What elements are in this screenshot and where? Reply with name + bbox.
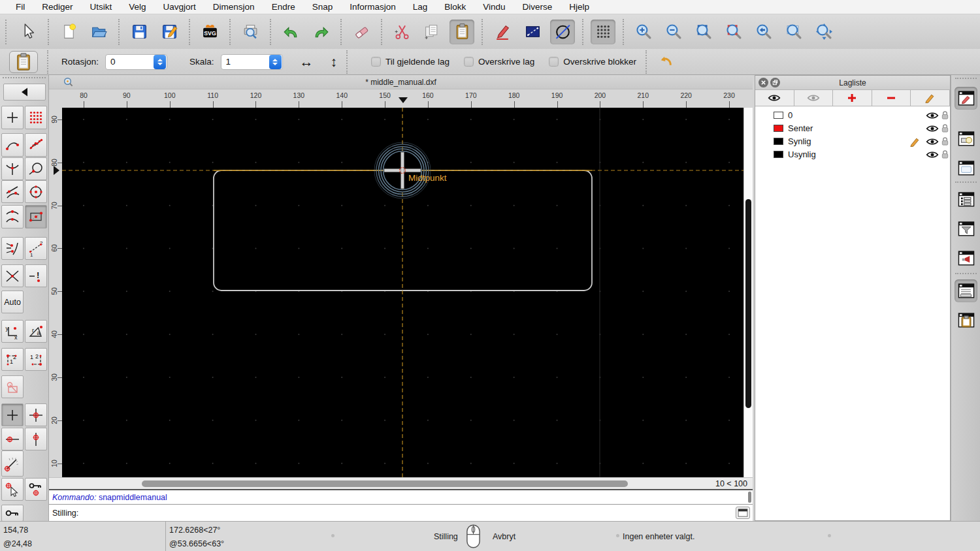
rectangle-tool-icon[interactable] (520, 20, 545, 44)
zoom-window-icon[interactable] (781, 20, 806, 44)
layer-row-usynlig[interactable]: Usynlig (755, 148, 950, 161)
paste-icon[interactable] (449, 20, 474, 44)
selection-filter-panel-icon[interactable] (955, 217, 977, 240)
set-relative-zero-icon[interactable] (1, 478, 24, 501)
layer-color-swatch[interactable] (774, 138, 783, 145)
vertical-scrollbar[interactable] (743, 108, 753, 477)
restrict-orthogonal-icon[interactable] (25, 403, 47, 426)
scale-stepper[interactable] (269, 55, 282, 69)
layer-row-synlig[interactable]: Synlig (755, 135, 950, 148)
checkbox-overskrive-blokker[interactable]: Overskrive blokker (549, 57, 636, 67)
layer-color-swatch[interactable] (774, 125, 783, 132)
restrict-angle-icon[interactable] (1, 450, 24, 477)
save-file-icon[interactable] (127, 20, 152, 44)
clipboard-panel-icon[interactable] (955, 309, 977, 332)
snap-tangent-icon[interactable] (1, 180, 24, 203)
draw-pencil-icon[interactable] (490, 20, 515, 44)
checkbox-overskrive-lag[interactable]: Overskrive lag (464, 57, 534, 67)
eraser-icon[interactable] (349, 20, 374, 44)
restrict-vertical-icon[interactable] (25, 428, 47, 450)
snap-auto-button[interactable]: Auto (1, 291, 24, 313)
zoom-out-icon[interactable] (661, 20, 686, 44)
toolbar-handle[interactable] (5, 20, 10, 44)
copy-icon[interactable] (419, 20, 444, 44)
menu-item-utsikt[interactable]: Utsikt (82, 2, 121, 12)
checkbox-box[interactable] (464, 57, 474, 67)
palette-handle[interactable] (3, 77, 46, 78)
show-all-layers-icon[interactable] (755, 90, 794, 106)
add-layer-icon[interactable] (833, 90, 872, 106)
layer-lock-icon[interactable] (941, 110, 949, 122)
snap-intersection-auto-icon[interactable] (1, 157, 24, 180)
snap-middle-icon[interactable] (1, 205, 24, 228)
library-browser-panel-icon[interactable] (955, 157, 977, 180)
layer-row-0[interactable]: 0 (755, 109, 950, 122)
layer-list-panel-icon[interactable] (955, 87, 977, 110)
menu-item-blokk[interactable]: Blokk (436, 2, 474, 12)
snap-free-icon[interactable] (1, 106, 24, 129)
snap-center-icon[interactable] (25, 180, 47, 203)
paste-tool-button[interactable] (9, 51, 38, 73)
snap-middle-manual-icon[interactable] (25, 205, 47, 228)
checkbox-til-gjeldende-lag[interactable]: Til gjeldende lag (371, 57, 449, 67)
checkbox-box[interactable] (549, 57, 559, 67)
back-icon[interactable] (3, 84, 46, 101)
snap-coordinate-icon[interactable]: yx (1, 320, 24, 343)
lock-zero-icon[interactable] (1, 505, 24, 522)
reset-icon[interactable] (656, 52, 675, 72)
snap-restrict-status-icon[interactable] (1, 375, 24, 398)
layer-color-swatch[interactable] (774, 151, 783, 158)
layer-row-senter[interactable]: Senter (755, 122, 950, 135)
layer-lock-icon[interactable] (941, 150, 949, 161)
layer-lock-icon[interactable] (941, 123, 949, 135)
remove-layer-icon[interactable] (872, 90, 911, 106)
command-window-toggle-button[interactable] (736, 507, 750, 519)
zoom-pan-icon[interactable] (811, 20, 836, 44)
menu-item-diverse[interactable]: Diverse (514, 2, 561, 12)
snap-relative-icon[interactable]: 12 (1, 348, 24, 371)
snap-closest-icon[interactable] (25, 157, 47, 180)
snap-perpendicular-icon[interactable] (1, 237, 24, 260)
snap-endpoints-icon[interactable] (1, 133, 24, 157)
save-file-as-icon[interactable] (157, 20, 182, 44)
snap-distance-icon[interactable]: 12 (25, 237, 47, 260)
dock-handle[interactable] (955, 78, 977, 79)
zoom-in-icon[interactable] (631, 20, 656, 44)
layer-visibility-icon[interactable] (926, 150, 939, 161)
rotation-stepper[interactable] (154, 55, 166, 69)
flip-horizontal-icon[interactable]: ↔ (300, 55, 314, 69)
horizontal-scroll-thumb[interactable] (142, 480, 628, 487)
hide-all-layers-icon[interactable] (794, 90, 834, 106)
menu-item-snap[interactable]: Snap (304, 2, 342, 12)
edit-layer-icon[interactable] (911, 90, 950, 106)
checkbox-box[interactable] (371, 57, 381, 67)
new-file-icon[interactable] (56, 20, 81, 44)
command-history-panel-icon[interactable] (955, 279, 977, 302)
layer-lock-icon[interactable] (941, 136, 949, 148)
menu-item-dimensjon[interactable]: Dimensjon (204, 2, 263, 12)
horizontal-scrollbar[interactable]: 10 < 100 (49, 477, 753, 489)
snap-on-entity-icon[interactable] (25, 133, 47, 157)
menu-item-vindu[interactable]: Vindu (474, 2, 514, 12)
snap-relative-polar-icon[interactable]: 12 (25, 348, 47, 371)
zoom-auto-icon[interactable] (691, 20, 716, 44)
ellipse-tool-icon[interactable] (550, 20, 575, 44)
layer-visibility-icon[interactable] (926, 137, 939, 148)
menu-item-rediger[interactable]: Rediger (33, 2, 81, 12)
menu-item-uavgjort[interactable]: Uavgjort (155, 2, 204, 12)
snap-intersection-manual-icon[interactable]: ! (25, 264, 47, 287)
open-file-icon[interactable] (86, 20, 111, 44)
cursor-arrow-icon[interactable] (16, 20, 41, 44)
restrict-horizontal-icon[interactable] (1, 428, 24, 450)
svg-export-icon[interactable]: SVG (197, 20, 222, 44)
output-panel-icon[interactable] (955, 247, 977, 270)
menu-item-velg[interactable]: Velg (120, 2, 154, 12)
snap-intersection-icon[interactable] (1, 264, 24, 287)
drawing-canvas[interactable]: Midtpunkt (62, 108, 743, 477)
cut-icon[interactable] (389, 20, 414, 44)
redo-icon[interactable] (308, 20, 333, 44)
restrict-nothing-icon[interactable] (1, 403, 24, 426)
menu-item-fil[interactable]: Fil (7, 2, 33, 12)
scale-input[interactable]: 1 (221, 54, 283, 70)
menu-item-endre[interactable]: Endre (263, 2, 304, 12)
